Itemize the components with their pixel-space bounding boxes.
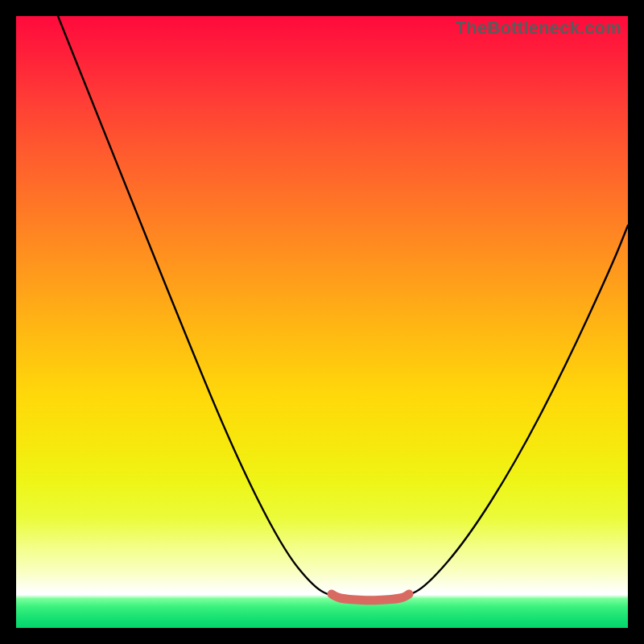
highlight-path [332,594,409,601]
plot-area: TheBottleneck.com [16,16,628,628]
curve-path [58,16,628,598]
bottleneck-curve [16,16,628,628]
chart-frame: TheBottleneck.com [0,0,644,644]
